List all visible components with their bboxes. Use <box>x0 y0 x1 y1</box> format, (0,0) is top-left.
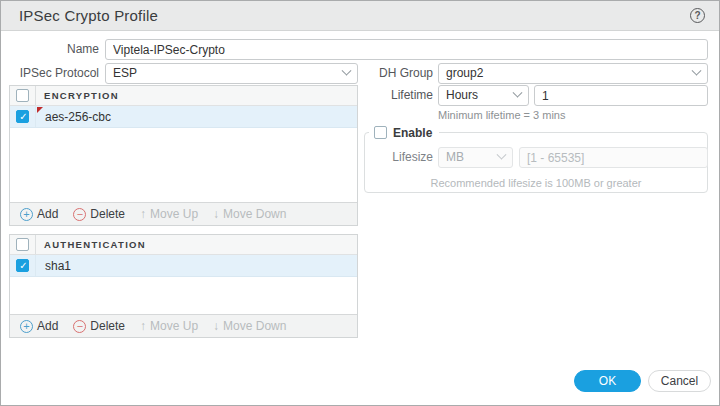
authentication-select-all-checkbox[interactable] <box>16 238 29 251</box>
ipsec-protocol-select[interactable]: ESP <box>105 63 358 84</box>
authentication-table: AUTHENTICATION sha1 Add Delete Move Up <box>9 234 358 338</box>
authentication-select-all-cell <box>10 235 36 254</box>
authentication-move-up-button[interactable]: Move Up <box>140 319 198 333</box>
move-up-icon <box>140 207 146 221</box>
authentication-add-button[interactable]: Add <box>20 319 58 333</box>
enable-label: Enable <box>393 126 432 140</box>
delete-label: Delete <box>90 207 125 221</box>
encryption-empty-area <box>10 128 357 202</box>
authentication-header: AUTHENTICATION <box>10 235 357 255</box>
lifetime-value-input[interactable] <box>534 85 708 106</box>
dialog-title: IPSec Crypto Profile <box>19 7 158 24</box>
authentication-empty-area <box>10 277 357 314</box>
name-label: Name <box>1 39 99 60</box>
dialog-titlebar: IPSec Crypto Profile <box>1 1 719 31</box>
encryption-header: ENCRYPTION <box>10 86 357 106</box>
encryption-row-checkbox[interactable] <box>16 110 29 123</box>
chevron-down-icon <box>692 66 702 76</box>
encryption-add-button[interactable]: Add <box>20 207 58 221</box>
move-up-label: Move Up <box>150 207 198 221</box>
encryption-column-title: ENCRYPTION <box>36 90 119 101</box>
authentication-row-value: sha1 <box>45 259 71 273</box>
authentication-move-down-button[interactable]: Move Down <box>213 319 286 333</box>
encryption-row[interactable]: aes-256-cbc <box>10 106 357 128</box>
delete-icon <box>73 320 86 333</box>
move-down-icon <box>213 319 219 333</box>
encryption-move-down-button[interactable]: Move Down <box>213 207 286 221</box>
authentication-row-cell: sha1 <box>36 255 357 276</box>
authentication-toolbar: Add Delete Move Up Move Down <box>10 314 357 337</box>
delete-icon <box>73 208 86 221</box>
modified-flag-icon <box>37 107 43 113</box>
minimum-lifetime-note: Minimum lifetime = 3 mins <box>438 109 565 121</box>
authentication-column-title: AUTHENTICATION <box>36 239 146 250</box>
add-icon <box>20 208 33 221</box>
encryption-delete-button[interactable]: Delete <box>73 207 125 221</box>
add-label: Add <box>37 319 58 333</box>
ipsec-crypto-profile-dialog: IPSec Crypto Profile Name IPSec Protocol… <box>0 0 720 406</box>
encryption-row-checkbox-cell <box>10 106 36 127</box>
move-down-label: Move Down <box>223 319 286 333</box>
encryption-select-all-checkbox[interactable] <box>16 89 29 102</box>
help-icon[interactable] <box>690 8 705 23</box>
enable-legend: Enable <box>369 125 439 140</box>
cancel-button[interactable]: Cancel <box>648 370 711 392</box>
encryption-move-up-button[interactable]: Move Up <box>140 207 198 221</box>
encryption-table: ENCRYPTION aes-256-cbc Add Delete M <box>9 85 358 226</box>
dh-group-select[interactable]: group2 <box>438 63 708 84</box>
move-down-icon <box>213 207 219 221</box>
ipsec-protocol-value: ESP <box>113 64 137 83</box>
lifesize-unit-value: MB <box>446 148 464 167</box>
chevron-down-icon <box>513 88 523 98</box>
lifetime-unit-value: Hours <box>446 86 478 105</box>
encryption-row-value: aes-256-cbc <box>45 110 111 124</box>
encryption-row-cell: aes-256-cbc <box>36 106 357 127</box>
authentication-row-checkbox[interactable] <box>16 259 29 272</box>
move-up-label: Move Up <box>150 319 198 333</box>
authentication-row-checkbox-cell <box>10 255 36 276</box>
name-input[interactable] <box>105 39 708 60</box>
chevron-down-icon <box>497 150 507 160</box>
encryption-toolbar: Add Delete Move Up Move Down <box>10 202 357 225</box>
authentication-row[interactable]: sha1 <box>10 255 357 277</box>
ipsec-protocol-label: IPSec Protocol <box>1 63 99 84</box>
move-up-icon <box>140 319 146 333</box>
dh-group-label: DH Group <box>335 63 433 84</box>
dh-group-value: group2 <box>446 64 483 83</box>
ok-button[interactable]: OK <box>574 370 641 392</box>
encryption-select-all-cell <box>10 86 36 105</box>
delete-label: Delete <box>90 319 125 333</box>
authentication-delete-button[interactable]: Delete <box>73 319 125 333</box>
lifetime-unit-select[interactable]: Hours <box>438 85 529 106</box>
enable-checkbox[interactable] <box>374 126 387 139</box>
recommended-lifesize-note: Recommended lifesize is 100MB or greater <box>364 177 708 189</box>
move-down-label: Move Down <box>223 207 286 221</box>
lifesize-unit-select[interactable]: MB <box>438 147 513 168</box>
add-icon <box>20 320 33 333</box>
lifesize-value-input[interactable] <box>519 147 708 168</box>
add-label: Add <box>37 207 58 221</box>
